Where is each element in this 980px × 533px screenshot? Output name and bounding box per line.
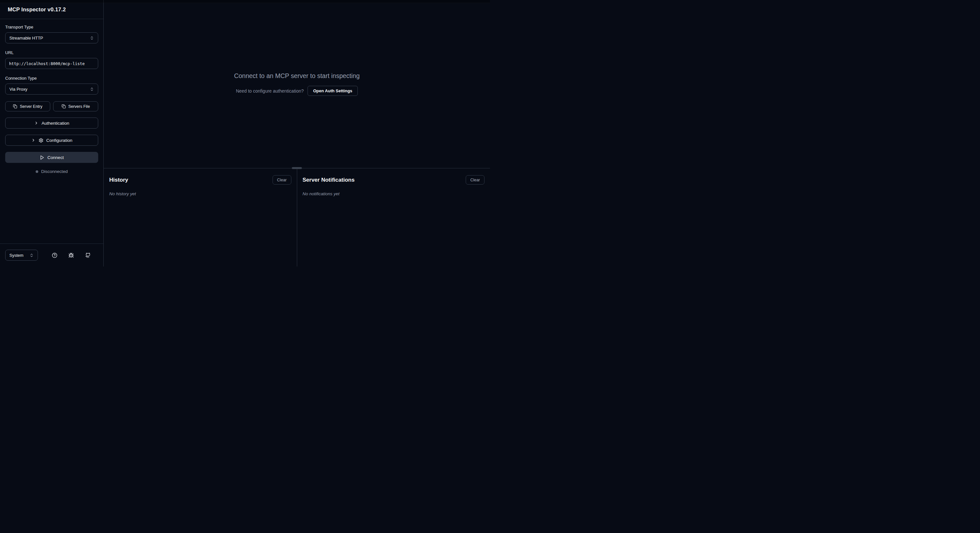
notifications-clear-button[interactable]: Clear — [466, 175, 485, 185]
copy-buttons-row: Server Entry Servers File — [5, 102, 98, 111]
gear-icon — [38, 138, 43, 143]
app-title: MCP Inspector v0.17.2 — [8, 6, 66, 13]
servers-file-label: Servers File — [68, 104, 90, 109]
server-entry-label: Server Entry — [20, 104, 42, 109]
connection-type-field: Connection Type Via Proxy — [5, 76, 98, 95]
chevrons-up-down-icon — [90, 87, 94, 91]
transport-type-label: Transport Type — [5, 25, 98, 30]
history-clear-button[interactable]: Clear — [272, 175, 291, 185]
url-field: URL — [5, 50, 98, 69]
transport-type-field: Transport Type Streamable HTTP — [5, 25, 98, 43]
help-button[interactable] — [51, 251, 59, 259]
mcp-inspector-app: MCP Inspector v0.17.2 Transport Type Str… — [0, 0, 490, 266]
authentication-button[interactable]: Authentication — [5, 117, 98, 128]
sidebar: MCP Inspector v0.17.2 Transport Type Str… — [0, 0, 104, 266]
connect-button[interactable]: Connect — [5, 152, 98, 163]
open-auth-settings-button[interactable]: Open Auth Settings — [307, 86, 358, 96]
history-panel-header: History Clear — [109, 175, 291, 185]
connection-type-select[interactable]: Via Proxy — [5, 84, 98, 95]
bug-report-button[interactable] — [67, 251, 75, 259]
status-dot-icon — [36, 170, 38, 173]
connection-status: Disconnected — [5, 169, 98, 174]
chevron-right-icon — [34, 121, 38, 125]
history-empty-text: No history yet — [109, 191, 291, 196]
servers-file-button[interactable]: Servers File — [53, 102, 98, 111]
server-notifications-title: Server Notifications — [303, 177, 355, 183]
sidebar-footer: System — [0, 244, 103, 266]
transport-type-select[interactable]: Streamable HTTP — [5, 32, 98, 43]
github-icon — [85, 252, 91, 258]
connection-type-label: Connection Type — [5, 76, 98, 81]
connect-label: Connect — [47, 155, 64, 160]
theme-select-value: System — [10, 253, 23, 258]
bottom-panels: History Clear No history yet Server Noti… — [104, 168, 490, 266]
authentication-label: Authentication — [41, 121, 69, 125]
url-input[interactable] — [5, 58, 98, 69]
bug-icon — [68, 252, 74, 258]
transport-type-value: Streamable HTTP — [10, 36, 43, 40]
server-entry-button[interactable]: Server Entry — [5, 102, 50, 111]
configuration-button[interactable]: Configuration — [5, 135, 98, 146]
chevrons-up-down-icon — [30, 253, 34, 257]
configuration-label: Configuration — [46, 138, 72, 143]
server-notifications-panel: Server Notifications Clear No notificati… — [297, 168, 490, 266]
theme-select[interactable]: System — [5, 250, 38, 261]
main-area: Connect to an MCP server to start inspec… — [104, 0, 490, 266]
chevrons-up-down-icon — [90, 36, 94, 40]
github-button[interactable] — [84, 251, 92, 259]
chevron-right-icon — [31, 138, 36, 143]
url-label: URL — [5, 50, 98, 55]
copy-icon — [62, 104, 66, 108]
history-title: History — [109, 177, 128, 183]
empty-state-title: Connect to an MCP server to start inspec… — [234, 72, 360, 80]
server-notifications-header: Server Notifications Clear — [303, 175, 485, 185]
notifications-empty-text: No notifications yet — [303, 191, 485, 196]
footer-icons — [46, 251, 96, 259]
auth-prompt-text: Need to configure authentication? — [236, 89, 304, 94]
history-panel: History Clear No history yet — [104, 168, 297, 266]
copy-icon — [13, 104, 17, 108]
empty-state: Connect to an MCP server to start inspec… — [104, 0, 490, 168]
play-icon — [40, 155, 45, 160]
connection-type-value: Via Proxy — [10, 87, 27, 92]
status-label: Disconnected — [41, 169, 68, 174]
split-resize-handle[interactable] — [292, 167, 302, 169]
help-icon — [52, 252, 57, 258]
sidebar-header: MCP Inspector v0.17.2 — [0, 0, 103, 19]
sidebar-content: Transport Type Streamable HTTP URL Conne… — [0, 19, 103, 244]
auth-row: Need to configure authentication? Open A… — [236, 86, 358, 96]
